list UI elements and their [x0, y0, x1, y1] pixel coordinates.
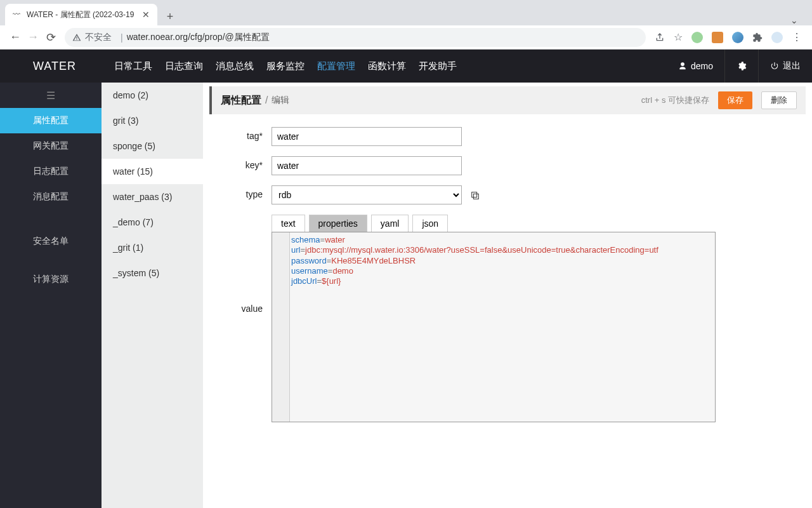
- top-nav-item[interactable]: 日志查询: [165, 60, 203, 72]
- top-nav-item[interactable]: 消息总线: [216, 60, 254, 72]
- format-tab[interactable]: text: [272, 215, 305, 232]
- type-select[interactable]: rdb: [272, 185, 462, 204]
- tag-item[interactable]: _grit (1): [102, 235, 203, 260]
- extension-icon[interactable]: [691, 32, 703, 43]
- logout-label: 退出: [783, 60, 801, 72]
- browser-toolbar: ← → ⟳ 不安全 | water.noear.org/cfg/prop/@属性…: [0, 25, 812, 50]
- page-title: 属性配置: [221, 94, 261, 107]
- sidebar-item[interactable]: 网关配置: [0, 133, 102, 159]
- form: tag* key* type rdb: [203, 127, 812, 422]
- gear-icon: [737, 61, 747, 71]
- breadcrumb-sep: /: [265, 95, 268, 106]
- share-icon[interactable]: [655, 32, 665, 43]
- sidebar-item[interactable]: 消息配置: [0, 184, 102, 210]
- top-nav-item[interactable]: 日常工具: [114, 60, 152, 72]
- top-nav-item[interactable]: 开发助手: [419, 60, 457, 72]
- site-favicon: 〰: [11, 10, 22, 20]
- save-label: 保存: [727, 95, 743, 106]
- page-header: 属性配置 / 编辑 ctrl + s 可快捷保存 保存 删除: [209, 86, 806, 114]
- key-label: key*: [216, 156, 272, 170]
- save-hint: ctrl + s 可快捷保存: [641, 95, 709, 106]
- app-header: WATER 日常工具日志查询消息总线服务监控配置管理函数计算开发助手 demo …: [0, 50, 812, 83]
- format-tab[interactable]: json: [412, 215, 448, 232]
- sidebar-item[interactable]: 计算资源: [0, 260, 102, 298]
- copy-icon[interactable]: [468, 189, 482, 203]
- sidebar-left: ☰ 属性配置网关配置日志配置消息配置 安全名单计算资源: [0, 83, 102, 508]
- format-tab[interactable]: yaml: [371, 215, 409, 232]
- tag-label: tag*: [216, 127, 272, 141]
- format-tabs: textpropertiesyamljson: [272, 215, 716, 232]
- tag-item[interactable]: water (15): [102, 159, 203, 184]
- warning-icon: [72, 33, 81, 42]
- type-label: type: [216, 185, 272, 199]
- settings-button[interactable]: [724, 50, 758, 83]
- sidebar-tags: demo (2)grit (3)sponge (5)water (15)wate…: [102, 83, 203, 508]
- extension-icon[interactable]: [732, 32, 743, 43]
- power-icon: [770, 62, 779, 70]
- url-text: water.noear.org/cfg/prop/@属性配置: [127, 32, 270, 43]
- tag-item[interactable]: demo (2): [102, 83, 203, 108]
- top-nav: 日常工具日志查询消息总线服务监控配置管理函数计算开发助手: [114, 60, 457, 72]
- tag-item[interactable]: _system (5): [102, 260, 203, 286]
- insecure-label: 不安全: [85, 32, 112, 43]
- logout-button[interactable]: 退出: [758, 50, 812, 83]
- app: WATER 日常工具日志查询消息总线服务监控配置管理函数计算开发助手 demo …: [0, 50, 812, 508]
- svg-rect-1: [472, 192, 477, 197]
- code-editor[interactable]: schema=water url=jdbc:mysql://mysql.wate…: [272, 232, 716, 422]
- tag-item[interactable]: water_paas (3): [102, 184, 203, 210]
- delete-button[interactable]: 删除: [761, 91, 797, 109]
- reload-button[interactable]: ⟳: [42, 29, 60, 46]
- browser-tab[interactable]: 〰 WATER - 属性配置 (2022-03-19 ✕: [5, 4, 157, 25]
- tab-dropdown-icon[interactable]: ⌄: [790, 15, 807, 25]
- back-button[interactable]: ←: [6, 29, 24, 46]
- insecure-badge: 不安全: [72, 32, 112, 43]
- sidebar-item[interactable]: 安全名单: [0, 222, 102, 260]
- close-icon[interactable]: ✕: [141, 10, 151, 20]
- save-button[interactable]: 保存: [718, 91, 752, 109]
- main-content: 属性配置 / 编辑 ctrl + s 可快捷保存 保存 删除 tag* key*: [203, 83, 812, 508]
- tag-input[interactable]: [272, 127, 462, 146]
- user-label: demo: [691, 61, 713, 71]
- sidebar-item[interactable]: 属性配置: [0, 108, 102, 133]
- sidebar-toggle[interactable]: ☰: [0, 83, 102, 108]
- avatar-icon[interactable]: [771, 32, 783, 43]
- address-bar[interactable]: 不安全 | water.noear.org/cfg/prop/@属性配置: [65, 28, 646, 47]
- new-tab-button[interactable]: +: [161, 8, 179, 25]
- bookmark-icon[interactable]: ☆: [674, 31, 683, 43]
- tag-item[interactable]: _demo (7): [102, 210, 203, 235]
- user-menu[interactable]: demo: [667, 50, 724, 83]
- delete-label: 删除: [771, 95, 787, 106]
- browser-chrome: 〰 WATER - 属性配置 (2022-03-19 ✕ + ⌄ ← → ⟳ 不…: [0, 0, 812, 50]
- menu-icon[interactable]: ⋮: [792, 31, 802, 43]
- toolbar-icons: ☆ ⋮: [651, 31, 806, 43]
- format-tab[interactable]: properties: [309, 215, 367, 232]
- page-subtitle: 编辑: [272, 95, 289, 106]
- top-nav-item[interactable]: 函数计算: [368, 60, 406, 72]
- top-nav-item[interactable]: 服务监控: [266, 60, 304, 72]
- app-logo: WATER: [33, 60, 114, 73]
- value-label: value: [216, 215, 272, 314]
- extension-icon[interactable]: [712, 32, 723, 43]
- extensions-icon[interactable]: [752, 32, 763, 43]
- key-input[interactable]: [272, 156, 462, 175]
- svg-rect-0: [473, 194, 478, 199]
- forward-button[interactable]: →: [24, 29, 42, 46]
- editor-content[interactable]: schema=water url=jdbc:mysql://mysql.wate…: [290, 232, 715, 422]
- tag-item[interactable]: sponge (5): [102, 133, 203, 159]
- tab-strip: 〰 WATER - 属性配置 (2022-03-19 ✕ + ⌄: [0, 0, 812, 25]
- user-icon: [678, 62, 687, 70]
- top-nav-item[interactable]: 配置管理: [317, 60, 355, 72]
- tab-title: WATER - 属性配置 (2022-03-19: [27, 10, 141, 20]
- tag-item[interactable]: grit (3): [102, 108, 203, 133]
- sidebar-item[interactable]: 日志配置: [0, 159, 102, 184]
- editor-gutter: [272, 232, 290, 422]
